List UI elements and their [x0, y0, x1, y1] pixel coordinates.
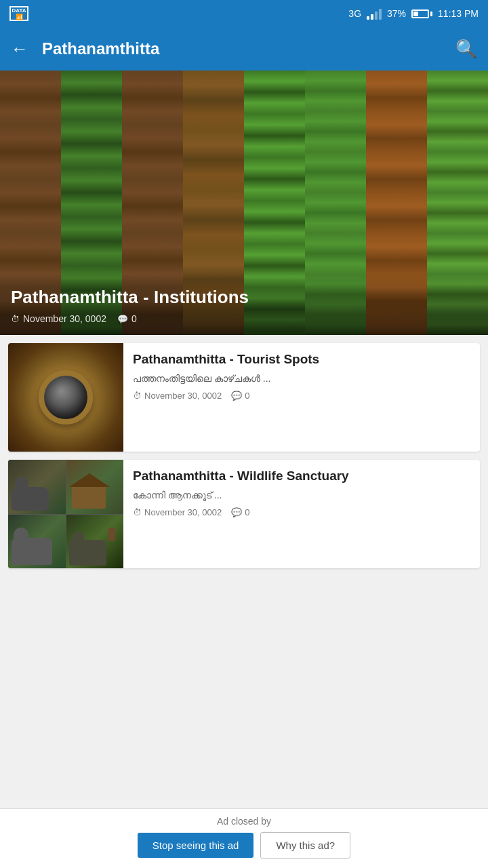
card-meta-wildlife: November 30, 0002 0	[133, 507, 470, 517]
app-bar: ← Pathanamthitta 🔍	[0, 27, 488, 71]
battery-body	[411, 9, 429, 18]
card-meta-tourist: November 30, 0002 0	[133, 391, 470, 401]
tourist-thumbnail-image	[8, 343, 123, 452]
hero-image: Pathanamthitta - Institutions November 3…	[0, 71, 488, 335]
card-date-wildlife: November 30, 0002	[133, 507, 222, 517]
status-left: DATA 📶	[9, 6, 28, 21]
hero-comments: 0	[131, 313, 137, 324]
comments-label-tourist: 0	[245, 391, 249, 401]
data-icon: DATA 📶	[9, 6, 28, 21]
signal-bar-2	[371, 14, 373, 20]
wildlife-thumbnail-image	[8, 460, 123, 568]
battery-fill	[413, 12, 418, 16]
time-display: 11:13 PM	[438, 8, 479, 19]
ad-buttons: Stop seeing this ad Why this ad?	[138, 832, 350, 859]
hero-overlay: Pathanamthitta - Institutions November 3…	[0, 273, 488, 335]
stop-seeing-button[interactable]: Stop seeing this ad	[138, 833, 254, 858]
page-title: Pathanamthitta	[42, 39, 442, 58]
status-right: 3G 37% 11:13 PM	[348, 7, 479, 20]
battery-percent: 37%	[387, 8, 406, 19]
wildlife-cell-2	[66, 460, 124, 514]
wildlife-cell-1	[8, 460, 66, 514]
hero-meta: November 30, 0002 0	[11, 313, 477, 324]
signal-bars	[367, 7, 382, 20]
artifact-circle	[39, 370, 93, 425]
clock-icon	[11, 313, 20, 324]
battery-indicator	[411, 9, 432, 18]
card-comments-tourist: 0	[231, 391, 249, 401]
card-description-wildlife: കോന്നി ആനക്കൂട് ...	[133, 489, 470, 502]
wildlife-cell-3	[8, 515, 66, 569]
card-date-tourist: November 30, 0002	[133, 391, 222, 401]
card-title-tourist: Pathanamthitta - Tourist Spots	[133, 351, 470, 368]
hero-title: Pathanamthitta - Institutions	[11, 287, 477, 308]
elephant-shape-1	[12, 487, 49, 511]
card-title-wildlife: Pathanamthitta - Wildlife Sanctuary	[133, 468, 470, 485]
card-tourist-spots[interactable]: Pathanamthitta - Tourist Spots പത്തനംതിട…	[8, 343, 480, 452]
comments-label-wildlife: 0	[245, 507, 249, 517]
clock-icon-tourist	[133, 391, 142, 401]
comment-icon-tourist	[231, 391, 242, 401]
content-list: Pathanamthitta - Tourist Spots പത്തനംതിട…	[0, 335, 488, 576]
network-type: 3G	[348, 8, 361, 19]
card-content-tourist: Pathanamthitta - Tourist Spots പത്തനംതിട…	[123, 343, 480, 452]
status-bar: DATA 📶 3G 37% 11:13 PM	[0, 0, 488, 27]
date-label-wildlife: November 30, 0002	[144, 507, 222, 517]
clock-icon-wildlife	[133, 507, 142, 517]
wildlife-cell-4	[66, 515, 124, 569]
ad-bar: Ad closed by Stop seeing this ad Why thi…	[0, 808, 488, 868]
date-label-tourist: November 30, 0002	[144, 391, 222, 401]
thumbnail-wildlife	[8, 460, 123, 568]
battery-tip	[430, 12, 432, 16]
why-ad-button[interactable]: Why this ad?	[260, 832, 350, 859]
hero-date-item: November 30, 0002	[11, 313, 106, 324]
hero-date: November 30, 0002	[23, 313, 106, 324]
card-content-wildlife: Pathanamthitta - Wildlife Sanctuary കോന്…	[123, 460, 480, 568]
card-description-tourist: പത്തനംതിട്ടയിലെ കാഴ്ചകൾ ...	[133, 372, 470, 386]
card-comments-wildlife: 0	[231, 507, 249, 517]
comment-icon-wildlife	[231, 507, 242, 517]
signal-bar-1	[367, 16, 369, 20]
comment-icon	[117, 313, 128, 324]
hero-comments-item: 0	[117, 313, 137, 324]
signal-bar-4	[379, 9, 382, 20]
search-button[interactable]: 🔍	[455, 39, 477, 60]
thumbnail-tourist-spots	[8, 343, 123, 452]
ad-closed-by-label: Ad closed by	[217, 816, 271, 827]
card-wildlife[interactable]: Pathanamthitta - Wildlife Sanctuary കോന്…	[8, 460, 480, 568]
signal-bar-3	[375, 12, 378, 20]
back-button[interactable]: ←	[11, 39, 28, 60]
